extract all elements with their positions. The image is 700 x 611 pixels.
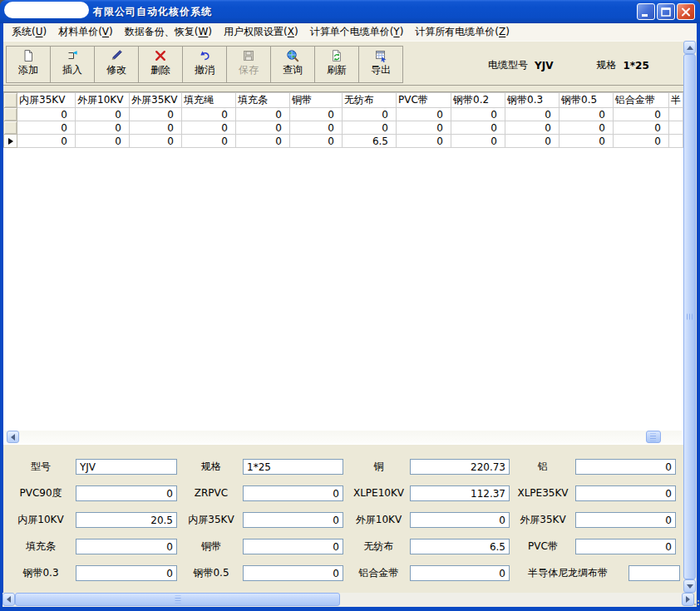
grid-cell[interactable]: 0 xyxy=(451,135,505,148)
minimize-icon xyxy=(640,7,652,17)
horizontal-scrollbar[interactable] xyxy=(2,593,694,607)
grid-cell[interactable]: 0 xyxy=(182,135,236,148)
grid-cell[interactable]: 0 xyxy=(17,108,76,121)
grid-cell[interactable]: 0 xyxy=(76,135,130,148)
delete-button[interactable]: 删除 xyxy=(138,46,183,83)
grid-cell[interactable]: 0 xyxy=(290,135,343,148)
form-input[interactable] xyxy=(410,539,510,554)
grid-cell[interactable]: 0 xyxy=(17,135,76,148)
toolbar: 添加插入修改删除撤消保存查询刷新导出 电缆型号 YJV 规格 1*25 xyxy=(3,41,683,86)
grid-cell[interactable]: 0 xyxy=(182,121,236,135)
grid-cell[interactable]: 0 xyxy=(451,108,505,121)
scroll-right-button[interactable] xyxy=(682,593,694,606)
minimize-button[interactable] xyxy=(637,3,655,20)
grid-cell[interactable]: 0 xyxy=(290,121,343,135)
scroll-left-button[interactable] xyxy=(2,593,15,606)
form-input[interactable] xyxy=(410,512,510,528)
grid-cell[interactable]: 0 xyxy=(130,108,182,121)
grid-cell[interactable]: 0 xyxy=(290,108,343,121)
grid-cell[interactable]: 0 xyxy=(451,121,505,135)
grid-cell[interactable]: 0 xyxy=(236,135,290,148)
grid-cell[interactable]: 0 xyxy=(560,108,614,121)
horizontal-scroll-thumb[interactable] xyxy=(15,593,340,606)
titlebar[interactable]: 有限公司自动化核价系统 xyxy=(0,0,700,23)
thumb-grip xyxy=(175,596,180,604)
form-input[interactable] xyxy=(575,512,676,528)
grid-cell[interactable]: 0 xyxy=(130,135,182,148)
toolbar-button-label: 修改 xyxy=(106,64,126,76)
grid-cell[interactable]: 0 xyxy=(17,121,76,135)
grid-scroll-left-button[interactable] xyxy=(7,431,19,443)
insert-button[interactable]: 插入 xyxy=(50,46,95,83)
grid-cell[interactable] xyxy=(669,135,683,148)
grid-cell[interactable]: 0 xyxy=(397,121,451,135)
grid-cell[interactable] xyxy=(669,108,683,121)
grid-cell[interactable]: 6.5 xyxy=(343,135,397,148)
redaction-blob xyxy=(4,2,89,18)
form-input[interactable] xyxy=(243,565,343,581)
form-input[interactable] xyxy=(410,485,510,501)
delete-x-icon xyxy=(154,49,167,62)
form-input[interactable] xyxy=(76,539,177,554)
row-selector[interactable] xyxy=(4,108,17,121)
grid-cell[interactable]: 0 xyxy=(76,121,130,135)
refresh-button[interactable]: 刷新 xyxy=(314,46,359,83)
form-input[interactable] xyxy=(575,485,676,501)
grid-cell[interactable]: 0 xyxy=(182,108,236,121)
arrow-down-icon xyxy=(687,584,693,589)
form-input[interactable] xyxy=(243,485,343,501)
grid-cell[interactable]: 0 xyxy=(505,108,560,121)
grid-cell[interactable]: 0 xyxy=(505,135,560,148)
grid-cell[interactable]: 0 xyxy=(343,108,397,121)
form-input[interactable] xyxy=(410,459,510,475)
menu-item-y[interactable]: 计算单个电缆单价(Y) xyxy=(304,23,410,41)
vertical-scroll-thumb[interactable] xyxy=(683,54,696,579)
form-input[interactable] xyxy=(243,539,343,554)
form-input[interactable] xyxy=(76,485,177,501)
grid-cell[interactable]: 0 xyxy=(505,121,560,135)
vertical-scrollbar[interactable] xyxy=(683,41,697,593)
grid-scroll-thumb[interactable] xyxy=(646,431,661,443)
form-label: 铝合金带 xyxy=(348,565,410,581)
undo-button[interactable]: 撤消 xyxy=(182,46,227,83)
query-button[interactable]: 查询 xyxy=(270,46,315,83)
menu-item-v[interactable]: 材料单价(V) xyxy=(52,23,119,41)
maximize-button[interactable] xyxy=(657,3,675,20)
grid-cell[interactable]: 0 xyxy=(130,121,182,135)
menu-item-w[interactable]: 数据备份、恢复(W) xyxy=(119,23,218,41)
form-input[interactable] xyxy=(76,459,177,475)
menu-item-z[interactable]: 计算所有电缆单价(Z) xyxy=(409,23,515,41)
grid-horizontal-scrollbar[interactable] xyxy=(5,431,682,444)
form-input[interactable] xyxy=(410,565,510,581)
grid-cell[interactable]: 0 xyxy=(560,121,614,135)
grid-cell[interactable]: 0 xyxy=(397,135,451,148)
row-selector[interactable] xyxy=(4,121,17,135)
export-button[interactable]: 导出 xyxy=(358,46,403,83)
form-input[interactable] xyxy=(243,512,343,528)
close-button[interactable] xyxy=(677,3,695,20)
grid-cell[interactable]: 0 xyxy=(343,121,397,135)
form-input[interactable] xyxy=(243,459,343,475)
grid-cell[interactable]: 0 xyxy=(236,121,290,135)
menu-item-x[interactable]: 用户权限设置(X) xyxy=(218,23,304,41)
row-selector-current[interactable] xyxy=(4,135,17,148)
scroll-up-button[interactable] xyxy=(683,41,696,54)
grid-cell[interactable]: 0 xyxy=(614,121,669,135)
scroll-down-button[interactable] xyxy=(683,579,696,593)
form-input[interactable] xyxy=(575,459,676,475)
resize-grip[interactable] xyxy=(693,598,700,606)
form-input[interactable] xyxy=(629,565,680,581)
grid-cell[interactable]: 0 xyxy=(76,108,130,121)
form-input[interactable] xyxy=(575,539,676,554)
menu-item-u[interactable]: 系统(U) xyxy=(6,23,52,41)
grid-cell[interactable]: 0 xyxy=(236,108,290,121)
form-input[interactable] xyxy=(76,512,177,528)
grid-cell[interactable]: 0 xyxy=(614,135,669,148)
grid-cell[interactable]: 0 xyxy=(614,108,669,121)
add-button[interactable]: 添加 xyxy=(6,46,51,83)
grid-cell[interactable] xyxy=(669,121,683,135)
grid-cell[interactable]: 0 xyxy=(560,135,614,148)
modify-button[interactable]: 修改 xyxy=(94,46,139,83)
form-input[interactable] xyxy=(76,565,177,581)
grid-cell[interactable]: 0 xyxy=(397,108,451,121)
